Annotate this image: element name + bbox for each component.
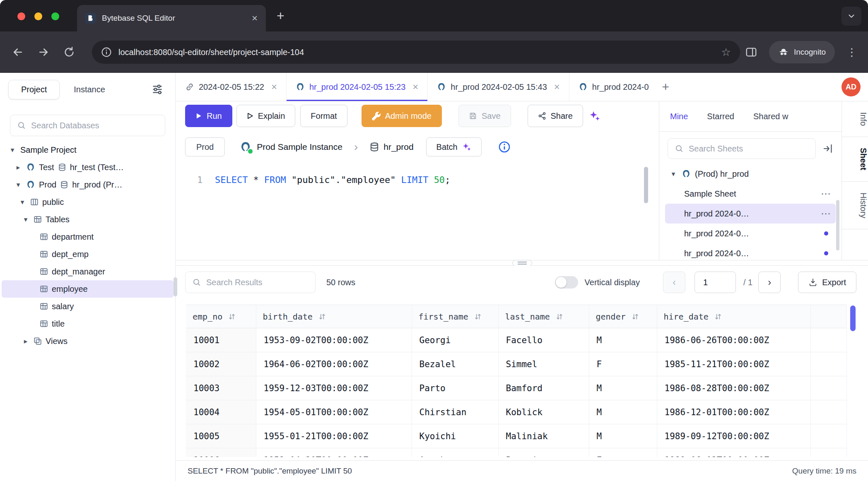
more-menu-icon[interactable]: ⋯	[821, 208, 831, 219]
close-icon[interactable]: ×	[412, 81, 418, 93]
results-search[interactable]	[185, 272, 316, 293]
filter-settings-icon[interactable]	[151, 83, 164, 96]
caret-right-icon[interactable]: ▸	[14, 163, 22, 172]
splitter-handle[interactable]	[512, 260, 532, 266]
browser-menu-icon[interactable]: ⋮	[846, 46, 857, 59]
sheet-tab-4[interactable]: hr_prod 2024-0	[569, 73, 658, 101]
caret-down-icon[interactable]: ▾	[22, 215, 30, 224]
close-icon[interactable]: ×	[554, 81, 560, 93]
caret-down-icon[interactable]: ▾	[14, 180, 22, 189]
tree-item-table-title[interactable]: title	[2, 315, 174, 332]
prev-page-button[interactable]: ‹	[663, 272, 685, 293]
column-header-first-name[interactable]: first_name	[412, 305, 498, 328]
batch-button[interactable]: Batch	[426, 137, 482, 156]
sheet-item[interactable]: hr_prod 2024-0…	[665, 243, 836, 260]
caret-right-icon[interactable]: ▸	[22, 337, 30, 346]
caret-down-icon[interactable]: ▾	[669, 170, 678, 178]
tree-item-prod-database[interactable]: ▾ Prod hr_prod (Pr…	[2, 176, 174, 193]
sheet-search[interactable]	[668, 138, 816, 159]
explain-button[interactable]: Explain	[236, 105, 296, 127]
vertical-display-toggle[interactable]	[555, 276, 578, 289]
add-sheet-button[interactable]: +	[662, 80, 670, 94]
sort-icon[interactable]	[228, 313, 236, 320]
sort-icon[interactable]	[714, 313, 722, 320]
table-row[interactable]: 10004 1954-05-01T00:00:00Z Chirstian Kob…	[186, 400, 847, 424]
caret-down-icon[interactable]: ▾	[8, 146, 17, 154]
reload-button[interactable]	[62, 45, 76, 59]
more-menu-icon[interactable]: ⋯	[821, 188, 831, 200]
tab-mine[interactable]: Mine	[670, 112, 688, 121]
admin-mode-button[interactable]: Admin mode	[362, 105, 442, 127]
share-button[interactable]: Share	[528, 105, 583, 127]
close-tab-icon[interactable]: ×	[252, 13, 258, 23]
run-button[interactable]: Run	[185, 105, 232, 127]
column-header-gender[interactable]: gender	[589, 305, 657, 328]
instance-name[interactable]: Prod Sample Instance	[257, 142, 342, 152]
address-bar[interactable]: localhost:8080/sql-editor/sheet/project-…	[92, 41, 740, 64]
site-info-icon[interactable]	[101, 47, 112, 58]
column-header-last-name[interactable]: last_name	[498, 305, 589, 328]
sheet-tab-3[interactable]: hr_prod 2024-02-05 15:43 ×	[428, 73, 569, 101]
sheet-search-input[interactable]	[689, 144, 809, 154]
tree-item-schema-public[interactable]: ▾ public	[2, 193, 174, 211]
sheet-tab-2-active[interactable]: hr_prod 2024-02-05 15:23 ×	[287, 73, 428, 101]
database-search[interactable]	[10, 115, 165, 136]
caret-down-icon[interactable]: ▾	[18, 198, 27, 207]
zoom-window-button[interactable]	[51, 12, 59, 20]
tab-project[interactable]: Project	[8, 80, 60, 99]
sheet-panel-scrollbar[interactable]	[836, 200, 839, 250]
side-panel-icon[interactable]	[744, 45, 758, 59]
close-window-button[interactable]	[17, 12, 25, 20]
environment-chip[interactable]: Prod	[185, 137, 225, 156]
tree-item-table-dept-manager[interactable]: dept_manager	[2, 263, 174, 280]
sheet-tab-1[interactable]: 2024-02-05 15:22 ×	[176, 73, 287, 101]
rail-tab-history[interactable]: History	[842, 182, 868, 229]
sql-editor[interactable]: 1 SELECT*FROM"public"."employee"LIMIT50;	[176, 166, 659, 260]
rail-tab-info[interactable]: Info	[842, 101, 868, 137]
format-button[interactable]: Format	[300, 105, 347, 127]
tree-item-table-salary[interactable]: salary	[2, 298, 174, 315]
tree-item-table-employee[interactable]: employee	[2, 280, 174, 298]
database-search-input[interactable]	[31, 121, 158, 130]
results-search-input[interactable]	[206, 278, 309, 287]
tab-starred[interactable]: Starred	[707, 112, 734, 121]
save-button[interactable]: Save	[458, 105, 511, 127]
bookmark-star-icon[interactable]: ☆	[721, 46, 731, 59]
sort-icon[interactable]	[318, 313, 326, 320]
sort-icon[interactable]	[556, 313, 563, 320]
browser-tab[interactable]: Bytebase SQL Editor ×	[77, 5, 266, 31]
next-page-button[interactable]: ›	[758, 272, 781, 293]
tree-item-test-database[interactable]: ▸ Test hr_test (Test…	[2, 159, 174, 176]
forward-button[interactable]	[36, 45, 51, 59]
back-button[interactable]	[11, 45, 25, 59]
tab-search-button[interactable]	[841, 7, 861, 26]
table-row[interactable]: 10006 1953-04-20T00:00:00Z Anneke Preusi…	[186, 448, 847, 457]
editor-scrollbar[interactable]	[644, 167, 648, 203]
sheet-item[interactable]: Sample Sheet ⋯	[665, 184, 836, 204]
collapse-panel-icon[interactable]	[822, 143, 833, 154]
table-row[interactable]: 10003 1959-12-03T00:00:00Z Parto Bamford…	[186, 376, 847, 400]
close-icon[interactable]: ×	[271, 81, 277, 93]
tree-item-views-group[interactable]: ▸ Views	[2, 332, 174, 350]
column-header-birth-date[interactable]: birth_date	[256, 305, 412, 328]
table-scrollbar-thumb[interactable]	[850, 305, 856, 331]
rail-tab-sheet[interactable]: Sheet	[842, 137, 868, 181]
minimize-window-button[interactable]	[34, 12, 42, 20]
table-row[interactable]: 10005 1955-01-21T00:00:00Z Kyoichi Malin…	[186, 424, 847, 448]
tree-item-table-dept-emp[interactable]: dept_emp	[2, 245, 174, 263]
sort-icon[interactable]	[632, 313, 639, 320]
sheet-item[interactable]: hr_prod 2024-0…	[665, 224, 836, 243]
connection-info-icon[interactable]	[498, 141, 511, 153]
sheet-item-selected[interactable]: hr_prod 2024-0… ⋯	[665, 204, 836, 224]
sidebar-resize-handle[interactable]	[174, 277, 177, 296]
tree-item-project[interactable]: ▾ Sample Project	[2, 141, 174, 159]
tab-instance[interactable]: Instance	[74, 85, 105, 94]
ai-sparkles-icon[interactable]	[586, 105, 603, 127]
export-button[interactable]: Export	[798, 272, 856, 293]
column-header-hire-date[interactable]: hire_date	[657, 305, 810, 328]
tree-item-tables-group[interactable]: ▾ Tables	[2, 211, 174, 228]
tab-shared[interactable]: Shared w	[753, 112, 788, 121]
table-row[interactable]: 10001 1953-09-02T00:00:00Z Georgi Facell…	[186, 328, 847, 352]
column-header-emp-no[interactable]: emp_no	[186, 305, 256, 328]
table-row[interactable]: 10002 1964-06-02T00:00:00Z Bezalel Simme…	[186, 352, 847, 376]
